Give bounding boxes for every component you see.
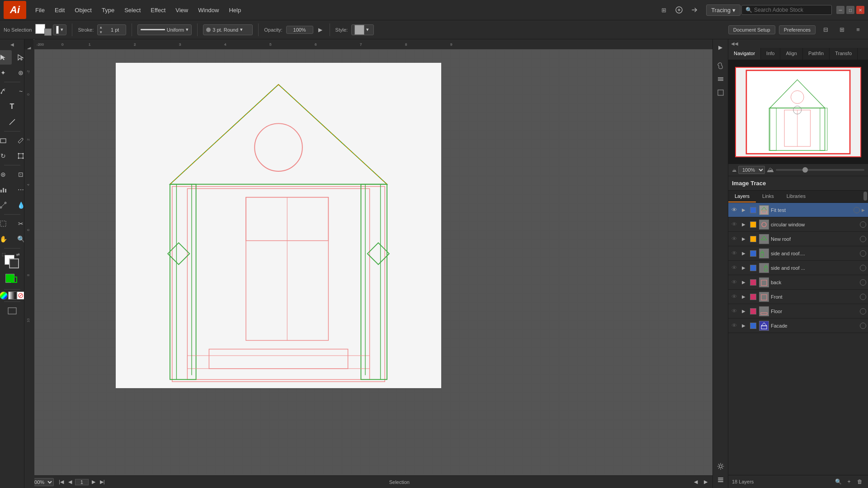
artboard-panel-icon[interactable] — [714, 86, 727, 99]
stroke-input[interactable] — [104, 26, 126, 33]
menu-window[interactable]: Window — [193, 5, 223, 15]
layer-visibility-icon[interactable]: 👁 — [730, 307, 738, 315]
layer-item[interactable]: 👁 ▶ side and roof.... — [728, 246, 868, 261]
stroke-color-box[interactable] — [9, 258, 19, 268]
layer-visibility-icon[interactable]: 👁 — [730, 221, 738, 229]
layer-visibility-icon[interactable]: 👁 — [730, 249, 738, 258]
search-bar[interactable]: 🔍 — [741, 5, 832, 15]
close-button[interactable]: ✕ — [856, 6, 864, 14]
last-page-btn[interactable]: ▶| — [99, 479, 106, 485]
layer-visibility-icon[interactable]: 👁 — [730, 235, 738, 243]
menu-help[interactable]: Help — [224, 5, 245, 15]
magic-wand-tool[interactable]: ✦ — [0, 66, 12, 80]
layer-expand-icon[interactable]: ▶ — [740, 250, 747, 257]
search-input[interactable] — [754, 7, 828, 13]
line-tool[interactable] — [4, 115, 21, 129]
tab-navigator[interactable]: Navigator — [728, 48, 761, 60]
column-graph-tool[interactable] — [0, 183, 12, 197]
document-setup-button[interactable]: Document Setup — [728, 25, 775, 34]
rectangle-tool[interactable] — [0, 133, 12, 148]
layer-item[interactable]: 👁 ▶ Facade — [728, 319, 868, 333]
layer-expand-icon[interactable]: ▶ — [740, 308, 747, 315]
curvature-tool[interactable]: ~ — [12, 84, 24, 99]
layer-target-icon[interactable] — [860, 279, 866, 286]
hand-tool[interactable]: ✋ — [0, 232, 12, 246]
tab-pathfin[interactable]: Pathfin — [803, 48, 830, 60]
delete-layer-icon[interactable]: 🗑 — [855, 477, 864, 486]
pen-tool[interactable] — [0, 84, 12, 99]
layer-item[interactable]: 👁 ▶ Floor — [728, 304, 868, 319]
page-input[interactable] — [75, 479, 89, 485]
selection-tool[interactable] — [0, 50, 12, 65]
artboard-tool[interactable] — [0, 216, 12, 231]
first-page-btn[interactable]: |◀ — [57, 479, 65, 485]
type-tool[interactable]: T — [4, 99, 21, 114]
menu-effect[interactable]: Effect — [146, 5, 170, 15]
fill-dropdown[interactable]: ▾ — [53, 24, 66, 35]
transform-tool[interactable] — [12, 149, 24, 163]
rotate-tool[interactable]: ↻ — [0, 149, 12, 163]
zoom-slider[interactable] — [776, 169, 864, 171]
tracing-button[interactable]: Tracing ▾ — [706, 5, 741, 16]
blend-tool[interactable] — [0, 198, 12, 212]
opacity-expand[interactable]: ▶ — [317, 24, 324, 35]
layer-item[interactable]: 👁 ▶ side and roof ... — [728, 261, 868, 275]
props-icon[interactable] — [714, 474, 727, 486]
arrange-icon[interactable]: ⊟ — [819, 23, 832, 36]
eyedropper-tool[interactable]: 💧 — [12, 198, 24, 212]
width-tool[interactable]: ⊡ — [12, 167, 24, 182]
symbol-tool[interactable]: ⋯ — [12, 183, 24, 197]
menu-file[interactable]: File — [31, 5, 49, 15]
maximize-button[interactable]: □ — [846, 6, 854, 14]
active-stroke[interactable] — [11, 277, 17, 283]
tab-info[interactable]: Info — [761, 48, 780, 60]
layer-expand-icon[interactable]: ▶ — [740, 221, 747, 228]
stroke-up[interactable]: ▲ — [98, 25, 104, 30]
layer-visibility-icon[interactable]: 👁 — [730, 322, 738, 330]
layer-visibility-icon[interactable]: 👁 — [730, 278, 738, 286]
layer-visibility-icon[interactable]: 👁 — [730, 264, 738, 272]
layer-target-icon[interactable] — [860, 323, 866, 329]
menu-edit[interactable]: Edit — [50, 5, 69, 15]
stroke-swatch-small[interactable] — [44, 28, 52, 36]
share-icon[interactable] — [688, 4, 701, 16]
menu-select[interactable]: Select — [120, 5, 145, 15]
menu-object[interactable]: Object — [70, 5, 96, 15]
layer-target-icon[interactable] — [860, 265, 866, 271]
paintbrush-tool[interactable] — [12, 133, 24, 148]
none-fill-icon[interactable]: ⊘ — [17, 291, 25, 300]
warp-tool[interactable]: ⊛ — [0, 167, 12, 182]
new-layer-icon[interactable]: + — [844, 477, 854, 486]
screen-mode-btn[interactable] — [4, 304, 21, 318]
fill-swatch[interactable] — [35, 24, 45, 34]
nav-zoom-select[interactable]: 100% — [738, 166, 765, 174]
canvas-content[interactable] — [34, 49, 712, 488]
layer-expand-icon[interactable]: ▶ — [740, 279, 747, 286]
minimize-button[interactable]: ─ — [836, 6, 844, 14]
distribute-icon[interactable]: ⊞ — [835, 23, 848, 36]
slice-tool[interactable]: ✂ — [12, 216, 24, 231]
search-layers-icon[interactable]: 🔍 — [834, 477, 843, 486]
tab-transfo[interactable]: Transfo — [830, 48, 858, 60]
swap-colors-icon[interactable]: ⇄ — [16, 252, 22, 258]
color-picker-icon[interactable] — [0, 291, 8, 300]
right-panel-collapse[interactable]: ◀◀ — [730, 40, 739, 47]
layer-item[interactable]: 👁 ▶ New roof — [728, 232, 868, 246]
layer-expand-icon[interactable]: ▶ — [740, 235, 747, 243]
layer-visibility-icon[interactable]: 👁 — [730, 206, 738, 214]
more-icon[interactable]: ≡ — [852, 23, 864, 36]
hand-panel-icon[interactable] — [714, 59, 727, 72]
layer-target-icon[interactable] — [860, 236, 866, 242]
play-icon[interactable]: ▶ — [714, 41, 727, 54]
layers-scrollbar-thumb[interactable] — [863, 192, 867, 201]
scroll-right-btn[interactable]: ▶ — [703, 479, 709, 485]
layer-expand-icon[interactable]: ▶ — [740, 322, 747, 329]
grid-icon[interactable]: ⊞ — [657, 4, 670, 16]
layer-target-icon[interactable] — [860, 221, 866, 228]
layer-target-icon[interactable] — [860, 250, 866, 257]
layer-item[interactable]: 👁 ▶ back — [728, 275, 868, 290]
libraries-icon[interactable] — [673, 4, 685, 16]
tab-layers[interactable]: Layers — [728, 191, 756, 202]
layer-target-icon[interactable] — [854, 207, 860, 213]
layer-expand-icon[interactable]: ▶ — [740, 264, 747, 272]
